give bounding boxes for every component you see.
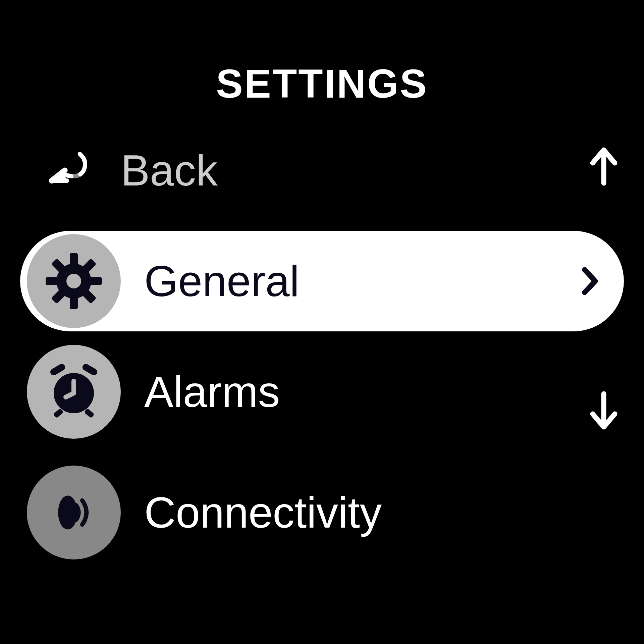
settings-menu: Back [0, 140, 644, 573]
menu-item-label: General [144, 256, 577, 306]
scroll-up-button[interactable] [589, 148, 619, 184]
svg-rect-4 [89, 277, 102, 285]
menu-item-connectivity[interactable]: Connectivity [20, 462, 624, 563]
page-title: SETTINGS [0, 60, 644, 107]
svg-rect-3 [46, 277, 59, 285]
gear-icon [27, 234, 121, 328]
svg-rect-12 [81, 363, 99, 376]
menu-item-alarms[interactable]: Alarms [20, 341, 624, 442]
menu-item-general[interactable]: General [20, 231, 624, 331]
wireless-icon [27, 466, 121, 559]
scroll-down-button[interactable] [589, 392, 619, 429]
svg-rect-1 [70, 253, 78, 266]
menu-item-label: Connectivity [144, 487, 604, 538]
svg-rect-13 [53, 408, 64, 418]
svg-rect-11 [49, 363, 66, 376]
svg-rect-14 [84, 408, 95, 418]
back-curved-arrow-icon [47, 147, 94, 194]
alarm-clock-icon [27, 345, 121, 439]
arrow-up-icon [589, 146, 619, 186]
menu-item-label: Alarms [144, 367, 604, 417]
svg-point-9 [66, 274, 81, 288]
settings-screen: SETTINGS Back [0, 0, 644, 644]
chevron-right-icon [577, 268, 604, 294]
back-button[interactable]: Back [20, 140, 624, 201]
back-label: Back [121, 145, 218, 196]
svg-rect-2 [70, 296, 78, 309]
svg-point-15 [58, 496, 77, 530]
arrow-down-icon [589, 391, 619, 431]
